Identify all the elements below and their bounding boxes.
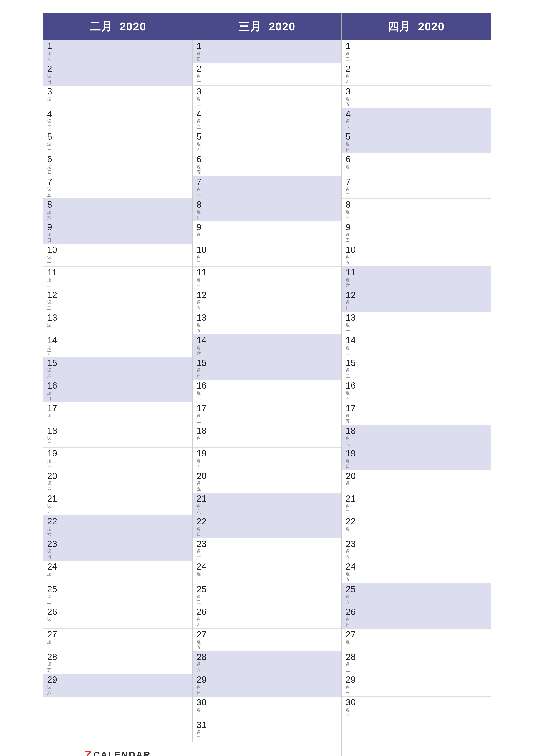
day-content [63,493,192,515]
day-content [63,402,192,425]
day-row-apr-27: 27週一 [342,629,491,651]
day-name: 週日 [47,73,61,85]
day-content [63,516,192,538]
day-name: 週四 [47,481,61,492]
calendar-container: 二月 2020 三月 2020 四月 2020 1週六2週日3週一4週二5週三6… [43,13,491,756]
day-name: 週日 [345,141,359,152]
day-row-feb-15: 15週六 [43,357,192,380]
day-name: 週二 [196,254,210,265]
day-row-mar-18: 18週三 [193,425,342,447]
day-row-feb-25: 25週二 [43,583,192,606]
day-number: 12 [47,290,61,300]
day-number: 30 [196,698,210,707]
day-name: 週六 [196,503,210,514]
day-name: 週三 [47,616,61,628]
day-name: 週日 [345,616,359,628]
day-content [361,108,491,131]
day-name: 週六 [47,367,61,379]
day-number: 27 [196,630,210,639]
day-row-feb-16: 16週日 [43,380,192,402]
day-name: 週一 [196,232,210,243]
day-name: 週五 [196,639,210,650]
day-number: 9 [196,223,210,232]
day-number: 20 [196,472,210,481]
day-name: 週四 [47,322,61,334]
day-row-mar-15: 15週日 [193,357,342,380]
day-name: 週五 [345,96,359,107]
day-name: 週三 [345,526,359,537]
day-number: 2 [345,64,359,73]
month-col-apr: 1週三2週四3週五4週六5週日6週一7週二8週三9週四10週五11週六12週日1… [342,40,491,742]
day-number: 23 [345,539,359,549]
day-number: 15 [47,358,61,367]
day-content [212,244,342,266]
day-number: 2 [47,64,61,73]
day-number: 7 [47,177,61,186]
day-number: 6 [345,155,359,164]
day-row-feb-7: 7週五 [43,176,192,199]
footer-logo-area: 7 CALENDAR [43,742,192,756]
day-content [63,651,192,674]
day-number: 14 [47,336,61,345]
day-row-mar-28: 28週六 [193,651,342,674]
day-row-apr-30: 30週四 [342,696,491,719]
day-content [212,538,342,560]
day-content [212,63,342,85]
day-name: 週四 [47,164,61,175]
day-number: 28 [196,653,210,662]
day-content [212,674,342,696]
day-number: 28 [345,653,359,662]
day-row-feb-17: 17週一 [43,402,192,425]
day-row-feb-28: 28週五 [43,651,192,674]
month-col-feb: 1週六2週日3週一4週二5週三6週四7週五8週六9週日10週一11週二12週三1… [43,40,192,742]
day-row-mar-21: 21週六 [193,493,342,516]
day-name: 週五 [47,186,61,198]
day-content [212,651,342,674]
day-content [212,153,342,176]
day-content [63,674,192,696]
day-row-mar-27: 27週五 [193,629,342,651]
day-name: 週六 [345,594,359,605]
day-content [63,153,192,176]
day-name: 週日 [47,232,61,243]
footer-logo: 7 CALENDAR [85,748,151,756]
day-name: 週六 [196,186,210,198]
day-row-mar-23: 23週一 [193,538,342,561]
day-name: 週二 [345,503,359,514]
day-content [63,267,192,289]
day-row-apr-9: 9週四 [342,221,491,244]
day-row-feb-22: 22週六 [43,516,192,538]
day-name: 週一 [196,73,210,85]
day-number: 19 [47,449,61,458]
day-row-mar-26: 26週四 [193,606,342,629]
day-content [361,538,491,560]
day-name: 週四 [345,707,359,718]
footer-mar [192,742,342,756]
day-content [361,199,491,221]
day-name: 週二 [196,571,210,582]
day-content [63,447,192,470]
day-number: 7 [345,177,359,186]
day-row-feb-4: 4週二 [43,108,192,131]
day-row-mar-14: 14週六 [193,335,342,357]
day-name: 週六 [47,51,61,62]
day-row-apr-1: 1週三 [342,40,491,63]
day-row-apr-28: 28週二 [342,651,491,674]
day-content [361,221,491,244]
day-row-apr-10: 10週五 [342,244,491,267]
day-row-apr-3: 3週五 [342,86,491,108]
day-content [361,267,491,289]
day-number: 25 [345,585,359,594]
day-content [361,447,491,470]
day-number: 21 [345,494,359,503]
day-content [63,289,192,311]
day-content [361,153,491,176]
day-row-feb-9: 9週日 [43,221,192,244]
day-name: 週一 [47,413,61,424]
day-content [63,40,192,63]
day-row-apr-23: 23週四 [342,538,491,561]
day-number: 9 [345,223,359,232]
day-number: 27 [47,630,61,639]
day-name: 週一 [47,254,61,265]
day-content [212,696,342,719]
